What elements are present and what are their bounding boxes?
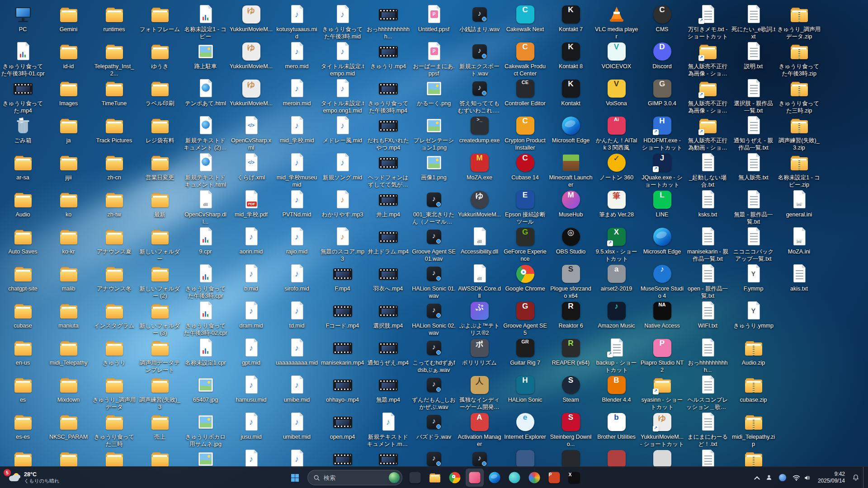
desktop-icon[interactable]: dllAccessibility.dll [457,226,502,256]
desktop-icon[interactable]: KKontakt 7 [548,4,594,33]
desktop-icon[interactable]: jijii [46,152,91,182]
desktop-icon[interactable]: 最新 [137,189,183,219]
desktop-icon[interactable]: NANative Access [639,300,685,330]
desktop-icon[interactable]: ♪きゅうり食ってた午後3時.mid [320,4,365,40]
desktop-icon[interactable]: manisekarin - 親作品一覧.txt [685,226,731,263]
desktop-icon[interactable]: 名称未設定1 - コピー.zip [776,152,822,188]
desktop-icon[interactable]: ♪タイトル未設定.tempo.mid [320,41,365,77]
desktop-icon[interactable]: Microsoft Edge [639,226,685,256]
desktop-icon[interactable]: Google Chrome [502,263,548,293]
desktop-icon[interactable]: ♪MuseScore Studio 4 [639,263,685,300]
desktop-icon[interactable]: VVOICEVOX [594,41,639,70]
desktop-icon[interactable]: PDFmid_学校.pdf [228,189,274,219]
desktop-icon[interactable]: cubase.zip [731,374,776,404]
desktop-icon[interactable]: Microsoft Edge [548,115,594,145]
desktop-icon[interactable]: es [0,374,46,404]
desktop-icon[interactable]: bBrother Utilities [594,411,639,441]
desktop-icon[interactable]: 無題.mp4 [365,374,411,404]
desktop-icon[interactable]: きゅうり食ってた三時.zip [776,78,822,114]
desktop-icon[interactable]: PUntitled.ppsf [411,4,457,33]
desktop-icon[interactable]: SPlogue sforzando x64 [548,263,594,300]
desktop-icon[interactable]: RReaktor 6 [548,300,594,330]
desktop-icon[interactable]: ♪umibe.mid [274,374,320,404]
tray-overflow-chevron[interactable] [752,469,762,486]
desktop-icon[interactable]: maniuta [46,300,91,330]
desktop-icon[interactable]: きゅうり食ってた午後3時.cpr [183,263,228,300]
desktop-icon[interactable]: malib [46,263,91,293]
desktop-icon[interactable]: 無人販売.txt [731,152,776,182]
desktop-icon[interactable]: きゅうり [91,337,137,367]
desktop-icon[interactable]: ♪mid_学校.mid [274,115,320,145]
desktop-icon[interactable]: Minecraft Launcher [548,152,594,188]
taskbar-pinned-edge[interactable] [486,469,504,487]
desktop-icon[interactable]: ♪jusu.mid [228,411,274,441]
desktop-icon[interactable]: AActivation Manager [457,411,502,448]
taskbar-clock[interactable]: 9:42 2025/09/14 [814,471,849,484]
desktop-icon[interactable]: X↗9.5.xlsx - ショートカット [594,226,639,263]
desktop-icon[interactable]: ar-sa [0,152,46,182]
desktop-icon[interactable]: ♪td.mid [274,300,320,330]
desktop-icon[interactable]: ja [46,115,91,145]
desktop-icon[interactable]: 調声練習(失敗)_3.zip [776,115,822,151]
desktop-icon[interactable]: SSteam [548,374,594,404]
desktop-icon[interactable]: ♪Amazon Music [594,300,639,330]
desktop-icon[interactable]: GRGuitar Rig 7 [502,337,548,367]
desktop-icon[interactable]: ♪わかりやす.mp3 [320,189,365,219]
desktop-icon[interactable]: ♪メドレー風.mid [320,115,365,145]
desktop-icon[interactable]: 通知うぜえ - 親作品一覧.txt [731,115,776,151]
weather-widget[interactable]: 5 28°C くもりのち晴れ [2,467,65,488]
desktop-icon[interactable]: ♪mid_学校museumid [274,152,320,188]
taskbar-pinned-file-explorer[interactable] [426,469,444,487]
desktop-icon[interactable]: ♪kotusytuaaus.mid [274,4,320,40]
desktop-icon[interactable]: </>OpenCvSharp.xml [228,115,274,151]
tray-user-icon[interactable] [763,469,775,486]
desktop-icon[interactable]: ♪PVTNd.mid [274,189,320,219]
desktop-icon[interactable]: ♪umibet.mid [274,411,320,441]
desktop-icon[interactable]: 名称未設定1 - コピー [183,4,228,40]
desktop-icon[interactable]: ↗backup - ショートカット [594,337,639,374]
start-button[interactable] [286,469,304,487]
desktop-icon[interactable]: 売上 [137,411,183,441]
desktop-icon[interactable]: Fコード.mp4 [320,300,365,330]
desktop-icon[interactable]: HHALion Sonic [502,374,548,404]
desktop-icon[interactable]: フォトフレーム [137,4,183,33]
desktop-icon[interactable]: 画像1.png [411,152,457,182]
desktop-icon[interactable]: dllOpenCvSharp.dll... [183,189,228,225]
desktop-icon[interactable]: ゆうき [137,41,183,70]
desktop-icon[interactable]: ♪新規エクスポート.wav [457,41,502,77]
search-input[interactable] [324,474,385,481]
desktop-icon[interactable]: NKSC_PARAM [46,411,91,441]
desktop-icon[interactable]: ゆYukkuriMovieM... [457,189,502,219]
desktop-icon[interactable]: _起動しない場合.txt [685,152,731,188]
desktop-icon[interactable]: CCMS [639,4,685,33]
desktop-icon[interactable]: KKontakt 8 [548,41,594,70]
desktop-icon[interactable]: 65407.jpg [183,374,228,404]
desktop-icon[interactable]: aairset2-2019 [594,263,639,293]
desktop-icon[interactable]: レジ袋有料 [137,115,183,145]
desktop-icon[interactable]: zh-cn [91,152,137,182]
desktop-icon[interactable]: きゅうり.mp4 [365,41,411,70]
desktop-icon[interactable]: Audio.zip [731,337,776,367]
desktop-icon[interactable]: 選択肢 - 親作品一覧.txt [731,78,776,114]
network-volume-button[interactable] [790,469,813,486]
desktop-icon[interactable]: ♪gpt.mid [228,337,274,367]
desktop-icon[interactable]: eInternet Explorer [502,411,548,441]
desktop-icon[interactable]: open.mp4 [320,411,365,441]
desktop-icon[interactable]: テンポあて.html [183,78,228,108]
desktop-icon[interactable]: GGIMP 3.0.4 [639,78,685,108]
desktop-icon[interactable]: きゅうり食ってた午後3時.zip [776,41,822,77]
desktop-icon[interactable]: ✓ノートン 360 [594,152,639,182]
desktop-icon[interactable]: 筆筆まめ Ver.28 [594,189,639,219]
desktop-icon[interactable]: Aiかんたん！AITalk 3 関西風 [594,115,639,151]
desktop-icon[interactable]: EEpson 接続診断ツール [502,189,548,225]
taskbar-pinned-powerpoint[interactable]: P [545,469,563,487]
desktop-icon[interactable]: ♪rajio.mid [274,226,320,256]
desktop-icon[interactable]: ♪sirofo.mid [274,263,320,293]
desktop-icon[interactable]: アナウンス夏 [91,226,137,256]
desktop-icon[interactable]: ラベル印刷 [137,78,183,108]
desktop-icon[interactable]: 9.cpr [183,226,228,256]
desktop-icon[interactable]: ↗syasinn - ショートカット [639,374,685,411]
desktop-icon[interactable]: ゆ↗YukkuriMovieM... - ショートカット [639,411,685,448]
desktop-icon[interactable]: ゆYukkuriMovieM... [228,4,274,33]
desktop-icon[interactable]: Images [46,78,91,108]
